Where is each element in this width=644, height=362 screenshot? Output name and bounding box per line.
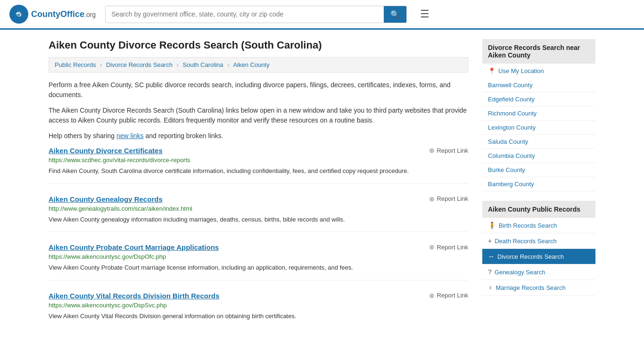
breadcrumb: Public Records › Divorce Records Search … [49,57,468,73]
public-record-icon-2: ↔ [488,253,495,260]
location-icon: 📍 [488,67,495,74]
description-para-2: The Aiken County Divorce Records Search … [49,106,468,125]
results-container: Aiken County Divorce Certificates ⊗ Repo… [49,147,468,328]
logo-icon [9,5,28,24]
public-records-heading: Aiken County Public Records [482,201,595,218]
public-record-link-2[interactable]: ↔ Divorce Records Search [482,249,595,264]
list-item: Barnwell County [482,78,595,92]
svg-point-1 [17,13,18,14]
breadcrumb-sep-3: › [227,61,229,68]
logo-name: CountyOffice [31,9,84,19]
site-header: CountyOffice.org 🔍 ☰ [0,0,644,30]
content-area: Aiken County Divorce Records Search (Sou… [49,39,468,339]
description-para-3-pre: Help others by sharing [49,132,116,140]
report-icon-1: ⊗ [429,195,435,203]
use-location-button[interactable]: 📍 Use My Location [482,64,595,78]
search-bar: 🔍 [105,6,407,23]
breadcrumb-aiken-county[interactable]: Aiken County [233,61,269,68]
public-record-label-3: Genealogy Search [495,269,545,276]
result-header: Aiken County Vital Records Division Birt… [49,292,468,300]
county-link-7[interactable]: Bamberg County [482,177,595,191]
result-entry: Aiken County Vital Records Division Birt… [49,292,468,329]
page-title: Aiken County Divorce Records Search (Sou… [49,39,468,51]
breadcrumb-sep-2: › [177,61,179,68]
report-link-label-1: Report Link [437,195,468,202]
list-item: Burke County [482,163,595,177]
public-record-link-3[interactable]: ? Genealogy Search [482,264,595,280]
public-records-section: Aiken County Public Records 🧍 Birth Reco… [482,201,595,296]
search-button[interactable]: 🔍 [384,6,406,23]
county-link-3[interactable]: Lexington County [482,121,595,135]
county-link-6[interactable]: Burke County [482,163,595,177]
logo-suffix: .org [84,11,96,18]
public-record-icon-0: 🧍 [488,222,496,229]
result-title-3[interactable]: Aiken County Vital Records Division Birt… [49,292,219,300]
report-icon-2: ⊗ [429,243,435,251]
list-item: 🧍 Birth Records Search [482,218,595,233]
result-desc-1: View Aiken County genealogy information … [49,215,468,224]
result-header: Aiken County Divorce Certificates ⊗ Repo… [49,147,468,155]
result-entry: Aiken County Probate Court Marriage Appl… [49,243,468,280]
main-container: Aiken County Divorce Records Search (Sou… [39,30,605,349]
report-link-button-0[interactable]: ⊗ Report Link [429,147,468,154]
county-link-1[interactable]: Edgefield County [482,92,595,107]
report-link-button-2[interactable]: ⊗ Report Link [429,243,468,251]
result-entry: Aiken County Divorce Certificates ⊗ Repo… [49,147,468,184]
report-link-label-3: Report Link [437,292,468,299]
nearby-section: Divorce Records Search near Aiken County… [482,39,595,191]
result-url-0[interactable]: https://www.scdhec.gov/vital-records/div… [49,156,468,164]
county-list: Barnwell CountyEdgefield CountyRichmond … [482,78,595,191]
list-item: Richmond County [482,107,595,121]
report-icon-3: ⊗ [429,292,435,299]
result-title-2[interactable]: Aiken County Probate Court Marriage Appl… [49,243,219,251]
description-para-3-post: and reporting broken links. [144,132,223,140]
result-title-0[interactable]: Aiken County Divorce Certificates [49,147,163,155]
hamburger-menu-button[interactable]: ☰ [416,6,433,22]
nearby-heading: Divorce Records Search near Aiken County [482,39,595,64]
list-item: Edgefield County [482,92,595,107]
report-link-label-2: Report Link [437,244,468,251]
use-location-label: Use My Location [498,67,544,74]
new-links-link[interactable]: new links [116,132,144,140]
breadcrumb-divorce-records[interactable]: Divorce Records Search [106,61,173,68]
county-link-4[interactable]: Saluda County [482,135,595,149]
description-para-3: Help others by sharing new links and rep… [49,131,468,141]
description-para-1: Perform a free Aiken County, SC public d… [49,80,468,100]
public-record-link-4[interactable]: ♀ Marriage Records Search [482,280,595,295]
breadcrumb-public-records[interactable]: Public Records [55,61,96,68]
report-icon-0: ⊗ [429,147,435,154]
public-record-label-0: Birth Records Search [499,222,557,229]
public-record-link-0[interactable]: 🧍 Birth Records Search [482,218,595,233]
result-header: Aiken County Genealogy Records ⊗ Report … [49,195,468,203]
list-item: ♀ Marriage Records Search [482,280,595,296]
public-records-list: 🧍 Birth Records Search + Death Records S… [482,218,595,296]
county-link-5[interactable]: Columbia County [482,149,595,163]
result-url-1[interactable]: http://www.genealogytrails.com/scar/aike… [49,205,468,212]
result-url-3[interactable]: https://www.aikencountysc.gov/DspSvc.php [49,302,468,309]
breadcrumb-sep-1: › [100,61,102,68]
report-link-label-0: Report Link [437,147,468,154]
county-link-2[interactable]: Richmond County [482,107,595,121]
list-item: Lexington County [482,121,595,135]
list-item: + Death Records Search [482,233,595,249]
public-record-label-4: Marriage Records Search [496,284,566,291]
list-item: ↔ Divorce Records Search [482,249,595,264]
report-link-button-1[interactable]: ⊗ Report Link [429,195,468,203]
public-record-link-1[interactable]: + Death Records Search [482,233,595,248]
county-link-0[interactable]: Barnwell County [482,78,595,92]
breadcrumb-south-carolina[interactable]: South Carolina [183,61,223,68]
list-item: Columbia County [482,149,595,163]
list-item: ? Genealogy Search [482,264,595,280]
search-input[interactable] [106,7,384,22]
result-desc-2: View Aiken County Probate Court marriage… [49,263,468,272]
site-logo[interactable]: CountyOffice.org [9,5,96,24]
sidebar: Divorce Records Search near Aiken County… [482,39,595,339]
public-record-label-1: Death Records Search [495,238,557,245]
report-link-button-3[interactable]: ⊗ Report Link [429,292,468,299]
result-entry: Aiken County Genealogy Records ⊗ Report … [49,195,468,232]
result-url-2[interactable]: https://www.aikencountysc.gov/DspOfc.php [49,253,468,260]
list-item: Bamberg County [482,177,595,191]
public-record-icon-4: ♀ [488,284,493,291]
result-title-1[interactable]: Aiken County Genealogy Records [49,195,163,203]
public-record-icon-3: ? [488,268,492,276]
